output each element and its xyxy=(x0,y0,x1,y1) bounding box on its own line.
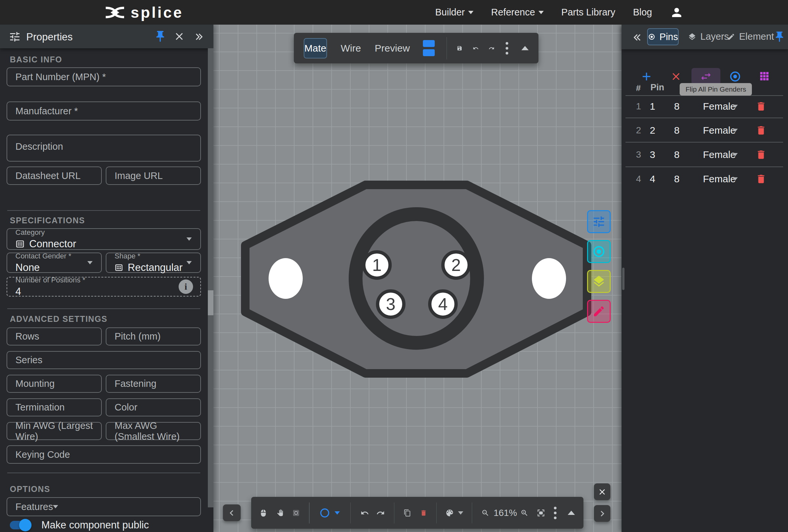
mount-hole-right[interactable] xyxy=(532,258,566,299)
shape-select[interactable]: Shape * Rectangular xyxy=(106,253,201,273)
min-awg-field[interactable]: Min AWG (Largest Wire) xyxy=(6,422,102,440)
delete-pin-icon[interactable] xyxy=(755,173,767,184)
collapse-panel-icon[interactable] xyxy=(632,33,643,42)
gender-select[interactable]: Female xyxy=(703,173,736,184)
pin-size-cell[interactable]: 8 xyxy=(674,125,679,136)
tab-mate[interactable]: Mate xyxy=(304,38,327,58)
mouse-tool-icon[interactable] xyxy=(260,507,267,519)
fit-to-screen-icon[interactable] xyxy=(536,506,545,520)
pin-number-cell[interactable]: 3 xyxy=(650,149,655,160)
tab-layers[interactable]: Layers xyxy=(688,31,729,42)
delete-pin-icon[interactable] xyxy=(755,125,767,136)
pin-target-button[interactable] xyxy=(729,70,742,83)
splice-logo[interactable]: splice xyxy=(104,0,183,25)
delete-icon[interactable] xyxy=(420,507,427,519)
palette-dropdown-caret[interactable] xyxy=(458,511,463,515)
pin-grid-button[interactable] xyxy=(758,70,771,82)
collapse-toolbar-icon[interactable] xyxy=(521,46,529,50)
circle-shape-tool-icon[interactable] xyxy=(319,505,330,521)
pin-number-cell[interactable]: 2 xyxy=(650,125,655,136)
manufacturer-field[interactable]: Manufacturer * xyxy=(6,101,201,120)
pin-number-cell[interactable]: 4 xyxy=(650,173,655,184)
fastening-field[interactable]: Fastening xyxy=(106,375,201,393)
pin-size-cell[interactable]: 8 xyxy=(674,149,679,160)
pin-row-1[interactable]: 1 1 8 Female xyxy=(622,94,788,119)
nav-reference[interactable]: Reference xyxy=(491,7,544,18)
keying-code-field[interactable]: Keying Code xyxy=(6,445,201,464)
redo-icon[interactable] xyxy=(489,41,494,56)
shape-dropdown-caret[interactable] xyxy=(335,511,340,515)
tab-pins[interactable]: Pins xyxy=(647,28,679,45)
copy-icon[interactable] xyxy=(403,507,411,519)
category-select[interactable]: Category Connector xyxy=(6,228,201,250)
collapse-toolbar-icon[interactable] xyxy=(568,511,575,515)
edit-tool-button[interactable] xyxy=(587,300,611,323)
pins-tool-button[interactable] xyxy=(587,240,611,263)
redo-icon[interactable] xyxy=(376,506,385,520)
panel-scrollbar-thumb[interactable] xyxy=(622,268,625,290)
delete-pin-icon[interactable] xyxy=(755,101,767,112)
gender-select[interactable]: Female xyxy=(703,149,736,160)
nav-parts-library[interactable]: Parts Library xyxy=(562,7,615,18)
image-url-field[interactable]: Image URL xyxy=(106,166,201,185)
chevron-down-icon[interactable] xyxy=(732,105,738,108)
termination-field[interactable]: Termination xyxy=(6,398,102,416)
design-canvas[interactable]: 1 2 3 4 Mate Wire Preview xyxy=(213,25,622,532)
properties-tool-button[interactable] xyxy=(587,210,611,233)
palette-icon[interactable] xyxy=(445,506,454,520)
nav-builder[interactable]: Builder xyxy=(435,7,473,18)
contact-gender-select[interactable]: Contact Gender * None xyxy=(6,253,102,273)
flip-all-pin-genders-button[interactable] xyxy=(691,68,721,85)
nav-blog[interactable]: Blog xyxy=(633,7,652,18)
rows-field[interactable]: Rows xyxy=(6,328,102,346)
info-icon[interactable]: i xyxy=(179,279,193,294)
zoom-in-icon[interactable] xyxy=(520,506,529,519)
pin-size-cell[interactable]: 8 xyxy=(674,101,679,112)
pitch-field[interactable]: Pitch (mm) xyxy=(106,328,201,346)
user-avatar-icon[interactable] xyxy=(670,5,684,19)
layout-split-icon[interactable] xyxy=(423,40,435,56)
delete-pin-icon[interactable] xyxy=(755,149,767,160)
collapse-panel-icon[interactable] xyxy=(193,32,204,42)
pin-panel-icon[interactable] xyxy=(773,31,786,43)
panel-expand-left-button[interactable] xyxy=(223,505,241,521)
max-awg-field[interactable]: Max AWG (Smallest Wire) xyxy=(106,422,201,440)
panel-expand-right-button[interactable] xyxy=(594,505,610,522)
pan-hand-icon[interactable] xyxy=(275,506,284,519)
chevron-down-icon[interactable] xyxy=(732,129,738,132)
pin-size-cell[interactable]: 8 xyxy=(674,173,679,184)
add-pin-button[interactable] xyxy=(640,70,653,83)
gender-select[interactable]: Female xyxy=(703,101,736,112)
zoom-out-icon[interactable] xyxy=(481,506,490,519)
more-options-icon[interactable] xyxy=(506,42,508,55)
gender-select[interactable]: Female xyxy=(703,125,736,136)
tab-element[interactable]: Element xyxy=(727,31,774,42)
close-overlay-button[interactable] xyxy=(594,484,610,500)
part-number-field[interactable]: Part Number (MPN) * xyxy=(6,67,201,86)
description-field[interactable]: Description xyxy=(6,135,201,162)
close-icon[interactable] xyxy=(173,31,185,42)
tab-preview[interactable]: Preview xyxy=(375,43,410,54)
undo-icon[interactable] xyxy=(360,506,369,520)
tab-wire[interactable]: Wire xyxy=(341,43,361,54)
save-icon[interactable] xyxy=(457,41,462,55)
pin-row-3[interactable]: 3 3 8 Female xyxy=(622,142,788,167)
number-of-positions-field[interactable]: Number of Positions * 4 i xyxy=(6,277,201,297)
undo-icon[interactable] xyxy=(473,41,479,56)
select-all-icon[interactable] xyxy=(292,507,300,519)
pin-number-cell[interactable]: 1 xyxy=(650,101,655,112)
layers-tool-button[interactable] xyxy=(587,270,611,293)
more-options-icon[interactable] xyxy=(554,507,556,519)
connector-drawing[interactable]: 1 2 3 4 xyxy=(213,25,622,532)
mounting-field[interactable]: Mounting xyxy=(6,375,102,393)
pin-row-2[interactable]: 2 2 8 Female xyxy=(622,118,788,142)
datasheet-url-field[interactable]: Datasheet URL xyxy=(6,166,102,185)
panel-scrollbar[interactable] xyxy=(208,48,213,507)
pin-row-4[interactable]: 4 4 8 Female xyxy=(622,167,788,191)
panel-scrollbar-thumb[interactable] xyxy=(208,290,213,315)
features-select[interactable]: Features xyxy=(6,497,201,516)
color-field[interactable]: Color xyxy=(106,398,201,416)
mount-hole-left[interactable] xyxy=(269,258,303,299)
chevron-down-icon[interactable] xyxy=(732,153,738,156)
public-toggle[interactable] xyxy=(10,521,30,529)
